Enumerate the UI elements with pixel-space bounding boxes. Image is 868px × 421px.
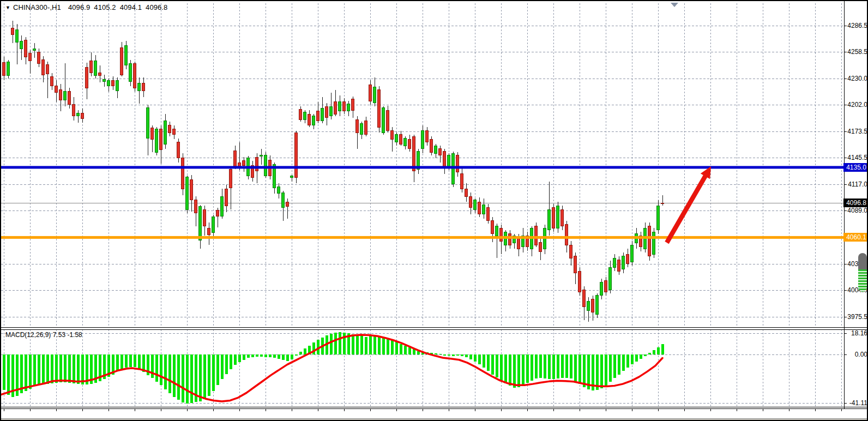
macd-histogram-bar	[465, 354, 468, 357]
macd-histogram-bar	[400, 344, 402, 354]
bullish-candle	[212, 217, 215, 233]
macd-histogram-bar	[596, 354, 599, 390]
bullish-candle	[631, 245, 634, 262]
macd-histogram-bar	[522, 354, 525, 385]
bearish-candle	[478, 202, 481, 214]
bearish-candle	[413, 136, 415, 171]
macd-histogram-bar	[299, 352, 302, 354]
macd-histogram-bar	[225, 354, 228, 374]
macd-histogram-bar	[343, 333, 346, 354]
bullish-candle	[125, 46, 128, 65]
bearish-candle	[299, 110, 302, 120]
macd-histogram-bar	[360, 336, 363, 354]
bullish-candle	[435, 146, 437, 153]
bearish-candle	[177, 142, 180, 158]
bearish-candle	[400, 135, 402, 144]
macd-histogram-bar	[125, 354, 128, 368]
macd-histogram-bar	[234, 354, 237, 365]
macd-axis-label: 18.16	[835, 329, 867, 337]
macd-histogram-bar	[339, 332, 341, 354]
bearish-candle	[456, 155, 459, 172]
macd-histogram-bar	[565, 354, 568, 378]
macd-histogram-bar	[25, 354, 27, 391]
macd-histogram-bar	[373, 335, 376, 354]
price-axis-label: 4230.0	[835, 75, 867, 82]
macd-histogram-bar	[160, 354, 162, 385]
macd-histogram-bar	[138, 354, 141, 370]
time-axis[interactable]: 19 Jul 202222 Jul 05:0027 Jul 05:001 Aug…	[1, 408, 868, 418]
bullish-candle	[138, 83, 141, 91]
bearish-candle	[618, 260, 620, 272]
bearish-candle	[25, 40, 27, 57]
macd-histogram-bar	[583, 354, 586, 387]
bearish-candle	[73, 105, 75, 116]
macd-histogram-bar	[334, 333, 337, 354]
resistance-line[interactable]	[1, 166, 844, 169]
macd-indicator-label: MACD(12,26,9) 7.53 -1.58	[5, 331, 82, 339]
bullish-candle	[291, 176, 293, 177]
bullish-candle	[221, 196, 224, 216]
close-value: 4096.8	[146, 3, 167, 11]
macd-histogram-bar	[496, 354, 498, 377]
macd-histogram-bar	[535, 354, 538, 378]
bearish-candle	[234, 151, 237, 166]
bearish-candle	[648, 226, 651, 256]
macd-histogram-bar	[186, 354, 189, 404]
bearish-candle	[408, 139, 411, 148]
bearish-candle	[430, 139, 433, 152]
bullish-candle	[347, 104, 350, 111]
macd-histogram-bar	[243, 354, 245, 360]
macd-histogram-bar	[304, 348, 306, 354]
macd-histogram-bar	[408, 347, 411, 354]
bearish-candle	[552, 208, 555, 228]
bullish-candle	[33, 49, 36, 50]
macd-histogram-bar	[548, 354, 551, 379]
bullish-candle	[421, 131, 424, 149]
bearish-candle	[443, 152, 446, 169]
bullish-candle	[278, 187, 280, 194]
bullish-candle	[360, 123, 363, 135]
bearish-candle	[561, 209, 564, 226]
scrollbar-stripes	[858, 269, 867, 292]
macd-histogram-bar	[487, 354, 490, 371]
macd-histogram-bar	[212, 354, 215, 391]
chart-window: ▼CHINA300-,H14096.94105.24094.14096.8 MA…	[0, 0, 868, 421]
bullish-candle	[64, 92, 67, 100]
bearish-candle	[120, 47, 123, 75]
bearish-candle	[469, 196, 472, 208]
macd-histogram-bar	[469, 354, 472, 359]
bullish-candle	[483, 205, 485, 214]
macd-histogram-bar	[622, 354, 625, 371]
bearish-candle	[59, 90, 62, 100]
bearish-candle	[42, 60, 45, 75]
bearish-candle	[365, 121, 367, 135]
bullish-candle	[7, 62, 10, 76]
bearish-candle	[391, 131, 394, 139]
bullish-candle	[622, 256, 625, 269]
macd-histogram-bar	[369, 336, 372, 354]
scrollbar-thumb[interactable]	[858, 253, 867, 292]
bearish-candle	[326, 106, 328, 118]
bearish-candle	[574, 256, 577, 273]
macd-histogram-bar	[81, 354, 84, 384]
macd-histogram-bar	[282, 354, 285, 360]
macd-histogram-bar	[456, 354, 459, 356]
macd-histogram-bar	[55, 354, 58, 383]
macd-histogram-bar	[461, 354, 463, 356]
macd-histogram-bar	[291, 354, 293, 359]
price-axis-label: 4202.0	[835, 101, 867, 109]
macd-histogram-bar	[155, 354, 158, 382]
macd-histogram-bar	[59, 354, 62, 382]
bullish-candle	[373, 87, 376, 103]
chart-plot-area[interactable]	[1, 1, 868, 421]
bearish-candle	[90, 61, 93, 73]
bullish-candle	[77, 113, 80, 116]
price-axis-label: 4145.5	[835, 154, 867, 161]
macd-histogram-bar	[199, 354, 202, 401]
symbol-dropdown-icon[interactable]: ▼	[5, 5, 10, 10]
macd-histogram-bar	[552, 354, 555, 379]
support-line[interactable]	[1, 236, 844, 239]
bullish-candle	[304, 112, 306, 120]
macd-histogram-bar	[221, 354, 224, 379]
macd-axis-label: -41.11	[835, 399, 867, 407]
